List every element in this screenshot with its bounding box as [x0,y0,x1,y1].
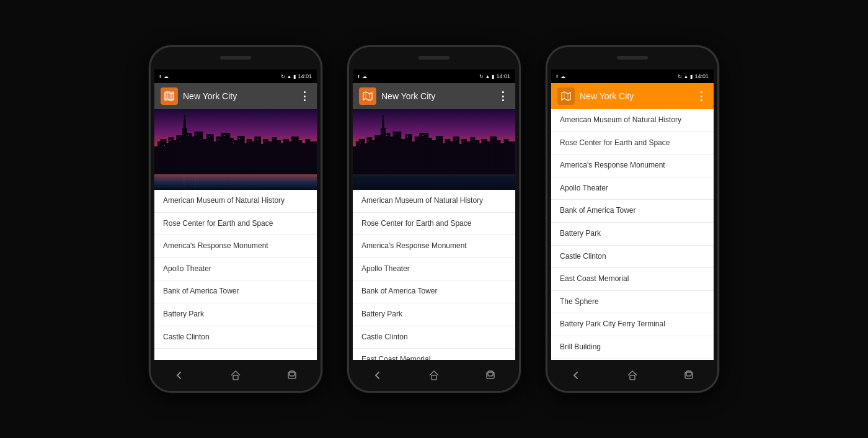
wifi-bars-1: ▲ [287,74,292,79]
back-button-1[interactable] [170,369,188,382]
hero-image-1 [154,109,317,190]
svg-rect-115 [456,139,456,140]
list-item-3-5[interactable]: Battery Park [551,223,714,246]
back-button-3[interactable] [567,369,585,382]
recents-icon-2 [485,370,496,381]
wifi-icon-1: ☁ [164,74,169,79]
list-item-3-7[interactable]: East Coast Memorial [551,268,714,291]
list-item-3-10[interactable]: Brill Building [551,336,714,359]
app-icon-3 [557,87,575,105]
recents-icon-1 [286,370,298,381]
svg-rect-11 [184,115,185,123]
list-item-3-2[interactable]: America's Response Monument [551,154,714,177]
svg-rect-19 [221,133,231,174]
facebook-icon-3: f [556,74,558,79]
list-item-2-3[interactable]: Apollo Theater [353,258,515,281]
nav-bar-2 [349,360,519,391]
svg-rect-53 [249,141,249,142]
list-item-3-0[interactable]: American Museum of Natural History [551,109,714,132]
list-item-3-4[interactable]: Bank of America Tower [551,200,714,223]
overflow-menu-1[interactable]: ⋮ [299,89,311,103]
phone-3: f ☁ ↻ ▲ ▮ 14:01 New York Ci [546,45,719,393]
svg-rect-51 [233,143,234,143]
map-icon-3 [560,91,572,102]
svg-rect-81 [393,132,402,174]
battery-icon-2: ▮ [492,74,494,79]
status-time-3: 14:01 [694,73,709,79]
svg-rect-47 [200,139,200,140]
nav-bar-3 [547,360,717,391]
phone-2: f ☁ ↻ ▲ ▮ 14:01 New York Ci [347,45,521,393]
list-item-2-2[interactable]: America's Response Monument [353,235,515,258]
list-item-3-3[interactable]: Apollo Theater [551,177,714,200]
svg-rect-117 [353,174,515,190]
svg-rect-59 [303,141,304,142]
overflow-menu-2[interactable]: ⋮ [497,89,509,103]
svg-rect-114 [438,138,438,139]
nav-bar-1 [151,360,321,391]
map-icon-1 [164,91,175,102]
svg-rect-41 [164,145,165,146]
list-1: American Museum of Natural History Rose … [154,190,317,360]
phone-speaker-2 [418,56,450,60]
skyline-svg-1 [154,109,317,190]
list-item-2-6[interactable]: Castle Clinton [353,326,515,349]
list-item-3-9[interactable]: Battery Park City Ferry Terminal [551,313,714,336]
svg-rect-14 [195,132,203,174]
list-item-2-0[interactable]: American Museum of Natural History [353,190,515,213]
list-item-3-1[interactable]: Rose Center for Earth and Space [551,132,714,155]
app-title-1: New York City [183,91,299,101]
svg-rect-107 [360,143,361,143]
list-item-3-8[interactable]: The Sphere [551,291,714,314]
list-item-2-4[interactable]: Bank of America Tower [353,280,515,303]
status-left-2: f ☁ [358,74,367,79]
svg-rect-42 [169,140,170,141]
list-item-2-1[interactable]: Rose Center for Earth and Space [353,213,515,236]
recents-button-2[interactable] [481,369,500,382]
svg-rect-116 [480,141,480,142]
home-icon-1 [230,370,241,381]
recents-button-3[interactable] [680,369,698,382]
svg-rect-58 [293,139,293,140]
status-right-1: ↻ ▲ ▮ 14:01 [281,73,312,79]
app-title-3: New York City [580,91,696,101]
status-left-1: f ☁ [159,74,169,79]
list-item-1-4[interactable]: Bank of America Tower [154,280,317,303]
svg-rect-112 [407,136,408,137]
back-button-2[interactable] [368,369,387,382]
list-item-1-1[interactable]: Rose Center for Earth and Space [154,213,317,236]
app-bar-1: New York City ⋮ [154,83,317,109]
wifi-bars-3: ▲ [684,74,689,79]
list-item-1-3[interactable]: Apollo Theater [154,258,317,281]
svg-rect-60 [154,174,317,190]
list-item-2-7[interactable]: East Coast Memorial [353,349,515,360]
overflow-menu-3[interactable]: ⋮ [696,89,707,103]
svg-rect-56 [273,140,274,140]
phone-speaker-3 [617,56,648,60]
status-left-3: f ☁ [556,74,565,79]
svg-rect-55 [265,141,265,142]
list-item-1-2[interactable]: America's Response Monument [154,235,317,258]
phone-1-wrapper: f ☁ ↻ ▲ ▮ 14:01 [149,45,322,393]
list-item-1-0[interactable]: American Museum of Natural History [154,190,317,213]
list-item-3-6[interactable]: Castle Clinton [551,246,714,269]
list-item-2-5[interactable]: Battery Park [353,303,515,326]
skyline-svg-2 [353,109,515,190]
wifi-icon-3: ☁ [560,74,565,79]
home-button-1[interactable] [226,369,245,382]
wifi-icon-2: ☁ [362,74,367,79]
home-icon-2 [428,370,440,381]
status-right-2: ↻ ▲ ▮ 14:01 [479,73,510,79]
svg-rect-120 [488,371,493,376]
home-button-3[interactable] [623,369,642,382]
list-item-1-5[interactable]: Battery Park [154,303,317,326]
list-item-1-6[interactable]: Castle Clinton [154,326,317,349]
recents-button-1[interactable] [283,369,301,382]
recents-icon-3 [683,370,694,381]
svg-rect-86 [420,133,429,174]
svg-rect-57 [281,141,282,142]
map-icon-2 [362,91,373,102]
svg-rect-109 [376,138,376,138]
svg-rect-110 [386,135,387,136]
home-button-2[interactable] [425,369,443,382]
